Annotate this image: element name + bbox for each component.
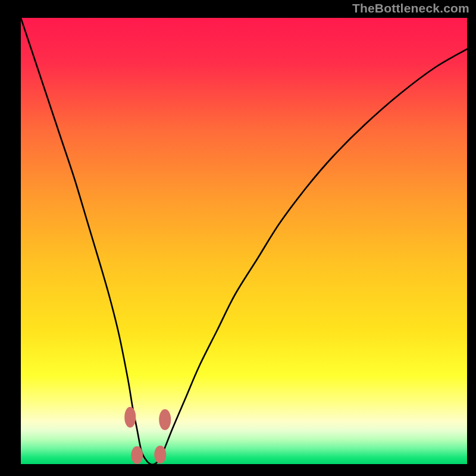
plot-area xyxy=(21,18,467,464)
curve-marker xyxy=(159,409,171,430)
curve-marker xyxy=(154,446,166,464)
curve-marker xyxy=(131,446,143,464)
watermark-text: TheBottleneck.com xyxy=(352,1,469,15)
chart-frame: TheBottleneck.com xyxy=(0,0,476,476)
bottleneck-curve xyxy=(21,18,467,464)
curve-marker xyxy=(124,407,136,428)
